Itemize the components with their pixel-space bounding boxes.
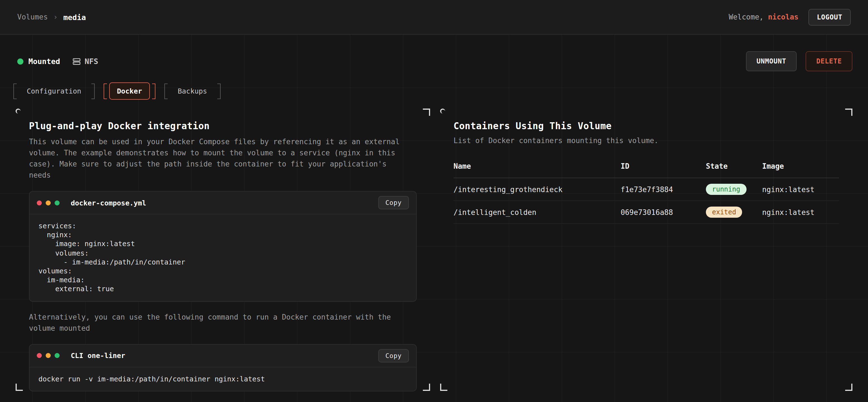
topbar: Volumes › media Welcome, nicolas LOGOUT <box>0 0 868 35</box>
docker-panel-title: Plug-and-play Docker integration <box>29 121 417 131</box>
corner-bracket-icon <box>423 383 430 391</box>
copy-compose-button[interactable]: Copy <box>378 196 409 209</box>
corner-bracket-icon <box>845 383 852 391</box>
tab-backups-label: Backups <box>170 82 215 100</box>
panels: Plug-and-play Docker integration This vo… <box>16 108 852 391</box>
containers-table-header: Name ID State Image <box>454 157 839 178</box>
main-content: Mounted NFS UNMOUNT DELETE <box>0 35 868 391</box>
mounted-status-label: Mounted <box>28 57 60 66</box>
container-row: /intelligent_colden 069e73016a88 exited … <box>454 201 839 224</box>
app-root: Volumes › media Welcome, nicolas LOGOUT … <box>0 0 868 402</box>
tab-bracket-left-icon <box>104 83 107 99</box>
container-name-cell: /interesting_grothendieck <box>454 185 621 194</box>
compose-code-header: docker-compose.yml Copy <box>30 192 416 214</box>
tab-backups[interactable]: Backups <box>164 82 220 100</box>
corner-bracket-icon <box>423 108 430 116</box>
compose-code-content: services: nginx: image: nginx:latest vol… <box>30 214 416 301</box>
chevron-right-icon: › <box>54 13 58 21</box>
corner-bracket-icon <box>440 383 447 391</box>
traffic-light-yellow-icon <box>46 353 51 358</box>
tab-bracket-left-icon <box>164 83 168 99</box>
tab-bracket-right-icon <box>91 83 95 99</box>
container-row: /interesting_grothendieck f1e73e7f3884 r… <box>454 178 839 201</box>
welcome-prefix: Welcome, <box>729 13 764 21</box>
tab-bracket-right-icon <box>152 83 155 99</box>
filesystem-type: NFS <box>72 57 98 66</box>
tab-docker-label: Docker <box>109 82 150 100</box>
topbar-right: Welcome, nicolas LOGOUT <box>729 9 851 25</box>
cli-title: CLI one-liner <box>71 351 125 360</box>
cli-code-header: CLI one-liner Copy <box>30 344 416 367</box>
state-badge: running <box>706 184 746 195</box>
containers-table: Name ID State Image /interesting_grothen… <box>454 157 839 224</box>
container-state-cell: running <box>706 184 762 195</box>
column-header-id: ID <box>621 162 706 170</box>
cli-code-content: docker run -v im-media:/path/in/containe… <box>30 367 416 391</box>
containers-panel-subtitle: List of Docker containers mounting this … <box>454 136 839 145</box>
cli-intro-text: Alternatively, you can use the following… <box>29 311 408 334</box>
breadcrumb: Volumes › media <box>17 12 86 22</box>
volume-status-row: Mounted NFS UNMOUNT DELETE <box>17 51 852 71</box>
container-id-cell: 069e73016a88 <box>621 208 706 216</box>
traffic-light-green-icon <box>55 353 60 358</box>
username: nicolas <box>768 13 799 21</box>
container-id-cell: f1e73e7f3884 <box>621 185 706 194</box>
nfs-server-icon <box>72 57 81 65</box>
traffic-light-red-icon <box>37 353 42 358</box>
compose-filename: docker-compose.yml <box>71 199 146 207</box>
traffic-light-green-icon <box>55 200 60 205</box>
column-header-name: Name <box>454 162 621 170</box>
volume-actions: UNMOUNT DELETE <box>746 51 852 71</box>
welcome-text: Welcome, nicolas <box>729 13 799 21</box>
breadcrumb-volumes-link[interactable]: Volumes <box>17 13 48 21</box>
tab-bar: Configuration Docker Backups <box>13 82 852 100</box>
corner-bracket-icon <box>16 108 21 113</box>
copy-cli-button[interactable]: Copy <box>378 349 409 362</box>
docker-integration-panel: Plug-and-play Docker integration This vo… <box>16 108 430 391</box>
state-badge: exited <box>706 207 742 218</box>
container-image-cell: nginx:latest <box>762 208 839 216</box>
docker-panel-description: This volume can be used in your Docker C… <box>29 136 408 181</box>
corner-bracket-icon <box>16 383 23 391</box>
column-header-state: State <box>706 162 762 170</box>
column-header-image: Image <box>762 162 839 170</box>
traffic-light-red-icon <box>37 200 42 205</box>
compose-code-card: docker-compose.yml Copy services: nginx:… <box>29 191 417 302</box>
containers-panel-title: Containers Using This Volume <box>454 121 839 131</box>
corner-bracket-icon <box>440 108 445 113</box>
volume-status: Mounted NFS <box>17 57 98 66</box>
corner-bracket-icon <box>845 108 852 116</box>
container-state-cell: exited <box>706 207 762 218</box>
cli-code-card: CLI one-liner Copy docker run -v im-medi… <box>29 344 417 391</box>
logout-button[interactable]: LOGOUT <box>809 9 851 25</box>
container-image-cell: nginx:latest <box>762 185 839 194</box>
traffic-light-yellow-icon <box>46 200 51 205</box>
unmount-button[interactable]: UNMOUNT <box>746 51 797 71</box>
filesystem-type-label: NFS <box>85 57 98 66</box>
tab-docker[interactable]: Docker <box>104 82 155 100</box>
tab-configuration-label: Configuration <box>19 82 89 100</box>
mounted-status-dot-icon <box>17 58 23 64</box>
containers-panel: Containers Using This Volume List of Doc… <box>440 108 852 391</box>
tab-bracket-right-icon <box>217 83 220 99</box>
container-name-cell: /intelligent_colden <box>454 208 621 216</box>
tab-bracket-left-icon <box>13 83 17 99</box>
tab-configuration[interactable]: Configuration <box>13 82 95 100</box>
breadcrumb-current-volume: media <box>63 12 86 22</box>
delete-button[interactable]: DELETE <box>806 51 853 71</box>
